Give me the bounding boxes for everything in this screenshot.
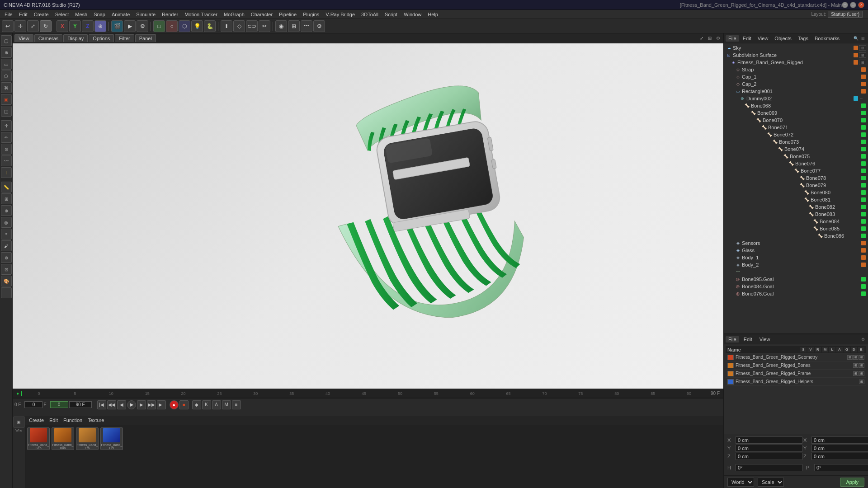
menu-3dtoall[interactable]: 3DToAll [359, 11, 381, 18]
obj-search-icon[interactable]: 🔍 [853, 35, 859, 42]
add-sphere-btn[interactable]: ○ [166, 20, 178, 32]
minimize-button[interactable]: ─ [842, 2, 848, 8]
render-btn[interactable]: ▶ [124, 20, 136, 32]
fill-tool[interactable]: ▣ [1, 94, 12, 105]
next-frame-button[interactable]: ▶ [137, 400, 146, 409]
tree-item-cap1[interactable]: ◇ Cap_1 [724, 73, 868, 80]
tree-item-bone068[interactable]: 🦴 Bone068 [724, 102, 868, 109]
x-pos-input[interactable] [736, 436, 802, 444]
gear-btn[interactable]: ⚙ [313, 20, 325, 32]
tree-item-bone085[interactable]: 🦴 Bone085 [724, 225, 868, 232]
attr-tab-view[interactable]: View [757, 336, 773, 343]
tree-item-bone076[interactable]: 🦴 Bone076 [724, 160, 868, 167]
rect-select-tool[interactable]: ▭ [1, 59, 12, 70]
prev-frame-button[interactable]: ◀ [117, 400, 126, 409]
magnet-tool[interactable]: ⌖ [1, 229, 12, 239]
attr-row-helpers[interactable]: Fitness_Band_Green_Rigged_Helpers ⊞ [726, 378, 866, 386]
rotate-tool[interactable]: ↻ [40, 20, 52, 32]
menu-character[interactable]: Character [248, 11, 275, 18]
spline-tool2[interactable]: 〰 [1, 155, 12, 166]
loop-tool[interactable]: ◫ [1, 106, 12, 117]
tree-item-bone076goal[interactable]: ◎ Bone076.Goal [724, 290, 868, 297]
add-cylinder-btn[interactable]: ⬡ [179, 20, 190, 32]
tree-item-bone073[interactable]: 🦴 Bone073 [724, 138, 868, 145]
tree-item-bone082[interactable]: 🦴 Bone082 [724, 203, 868, 211]
tree-item-body1[interactable]: ◈ Body_1 [724, 254, 868, 261]
brush-tool[interactable]: 🖌 [1, 240, 12, 251]
material-item-0[interactable]: Fitness_Band_Geo [27, 427, 50, 450]
material-item-1[interactable]: Fitness_Band_Bon [52, 427, 74, 450]
menu-file[interactable]: File [2, 11, 15, 18]
material-item-2[interactable]: Fitness_Band_Fra [76, 427, 99, 450]
auto-key-button[interactable]: A [212, 400, 221, 409]
tree-item-spline[interactable]: 〰 [724, 268, 868, 276]
axis-tool[interactable]: ⊕ [1, 205, 12, 216]
viewport-maximize-icon[interactable]: ⤢ [698, 35, 705, 42]
menu-script[interactable]: Script [382, 11, 400, 18]
bridge-btn[interactable]: ⊂⊃ [246, 20, 258, 32]
world-space-dropdown[interactable]: World [727, 478, 754, 487]
key-mode-button[interactable]: K [202, 400, 211, 409]
y-scale-input[interactable] [811, 445, 868, 452]
attr-row-frame[interactable]: Fitness_Band_Green_Rigged_Frame ⊞ ⊞ [726, 370, 866, 378]
undo-button[interactable]: ↩ [2, 20, 14, 32]
apply-button[interactable]: Apply [840, 478, 864, 487]
more-tools[interactable]: ⋯ [1, 287, 12, 298]
vp-tab-options[interactable]: Options [89, 34, 114, 42]
prev-key-button[interactable]: ◀◀ [107, 400, 116, 409]
polygon-select-tool[interactable]: ⬠ [1, 70, 12, 81]
bevel-btn[interactable]: ◇ [233, 20, 245, 32]
tree-item-bone095goal[interactable]: ◎ Bone095.Goal [724, 276, 868, 283]
tree-item-bone083[interactable]: 🦴 Bone083 [724, 211, 868, 218]
material-item-3[interactable]: Fitness_Band_Hel [100, 427, 123, 450]
obj-tab-file[interactable]: File [726, 35, 739, 42]
vp-tab-cameras[interactable]: Cameras [34, 34, 63, 42]
weld-tool[interactable]: ⊗ [1, 252, 12, 263]
p-rot-input[interactable] [814, 464, 868, 471]
menu-pipeline[interactable]: Pipeline [276, 11, 299, 18]
add-keyframe-button[interactable]: ◆ [192, 400, 201, 409]
connect-btn[interactable]: ⊞ [288, 20, 300, 32]
spline-btn[interactable]: 〜 [301, 20, 312, 32]
layout-dropdown[interactable]: Startup (User) [828, 11, 863, 18]
h-rot-input[interactable] [736, 464, 802, 471]
menu-plugins[interactable]: Plugins [300, 11, 322, 18]
playhead[interactable] [21, 391, 22, 396]
close-button[interactable]: ✕ [858, 2, 864, 8]
x-axis-btn[interactable]: X [57, 20, 68, 32]
maximize-button[interactable]: □ [850, 2, 856, 8]
vp-tab-display[interactable]: Display [63, 34, 88, 42]
add-light-btn[interactable]: 💡 [191, 20, 203, 32]
y-pos-input[interactable] [736, 445, 802, 452]
select-tool[interactable]: ▢ [1, 35, 12, 46]
attr-tab-file[interactable]: File [726, 336, 739, 343]
tree-item-subdivision[interactable]: ⊡ Subdivision Surface ⊞ [724, 52, 868, 59]
boole-btn[interactable]: ◉ [275, 20, 287, 32]
menu-mesh[interactable]: Mesh [72, 11, 90, 18]
menu-motion-tracker[interactable]: Motion Tracker [182, 11, 220, 18]
text-tool[interactable]: T [1, 167, 12, 178]
edge-tool[interactable]: ⊡ [1, 264, 12, 275]
z-axis-btn[interactable]: Z [82, 20, 94, 32]
record-button[interactable]: ● [170, 400, 179, 409]
measure-tool[interactable]: 📏 [1, 182, 12, 192]
scale-dropdown[interactable]: Scale [758, 478, 784, 487]
obj-tab-tags[interactable]: Tags [795, 35, 811, 42]
python-btn[interactable]: 🐍 [204, 20, 216, 32]
go-end-button[interactable]: ▶| [157, 400, 166, 409]
mat-function-tab[interactable]: Function [61, 417, 84, 423]
viewport-settings-icon[interactable]: ⚙ [714, 35, 722, 42]
obj-filter-icon[interactable]: ⊟ [860, 35, 866, 42]
mat-texture-tab[interactable]: Texture [86, 417, 106, 423]
mat-create-tab[interactable]: Create [27, 417, 46, 423]
tree-item-cap2[interactable]: ◇ Cap_2 [724, 80, 868, 88]
array-tool[interactable]: ⊞ [1, 193, 12, 204]
tree-item-bone084[interactable]: 🦴 Bone084 [724, 218, 868, 225]
timeline-button[interactable]: ≡ [232, 400, 241, 409]
end-frame-input[interactable] [69, 401, 92, 408]
extrude-btn[interactable]: ⬆ [221, 20, 232, 32]
z-scale-input[interactable] [811, 453, 868, 460]
menu-edit[interactable]: Edit [16, 11, 30, 18]
tree-item-rect001[interactable]: ▭ Rectangle001 [724, 88, 868, 95]
tree-item-bone075[interactable]: 🦴 Bone075 [724, 153, 868, 160]
